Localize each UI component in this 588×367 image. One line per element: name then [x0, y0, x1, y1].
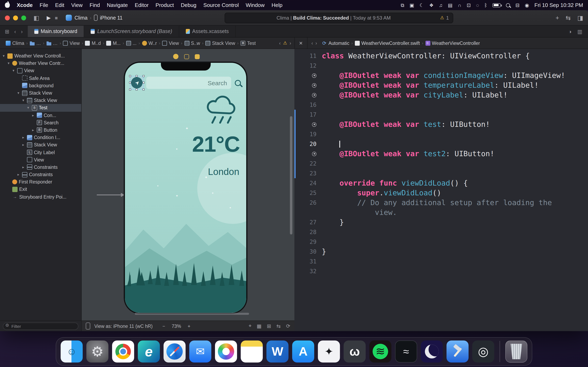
- zoom-out-button[interactable]: −: [163, 324, 165, 328]
- menu-debug[interactable]: Debug: [181, 2, 196, 8]
- history-back-icon[interactable]: ‹: [14, 28, 16, 34]
- outline-item-weather-view-contr[interactable]: ▾Weather View Contr...: [0, 59, 81, 67]
- zoom-level[interactable]: 73%: [172, 324, 181, 328]
- breadcrumb-test[interactable]: BTest: [241, 41, 256, 45]
- outline-item-condition-i[interactable]: ▸Condition I...: [0, 134, 81, 141]
- system-settings-icon[interactable]: ⚙: [86, 341, 108, 363]
- outline-item-background[interactable]: background: [0, 82, 81, 89]
- breadcrumb-w-r[interactable]: W..r: [142, 41, 157, 45]
- safari-icon[interactable]: [164, 341, 186, 363]
- warning-count[interactable]: 1: [446, 15, 449, 21]
- disclosure-triangle[interactable]: ▾: [21, 98, 25, 102]
- selection-handle[interactable]: [143, 82, 145, 83]
- outline-item-stack-view[interactable]: ▾Stack View: [0, 97, 81, 104]
- search-field[interactable]: Search: [146, 77, 231, 89]
- outline-item-button[interactable]: ▸BButton: [0, 126, 81, 134]
- disclosure-triangle[interactable]: ▾: [26, 106, 30, 110]
- edge-icon[interactable]: e: [138, 341, 160, 363]
- headphones-icon[interactable]: ∩: [458, 2, 461, 8]
- issue-warning-icon[interactable]: ⚠: [283, 40, 287, 46]
- code-text[interactable]: view.: [322, 208, 397, 217]
- siri-icon[interactable]: ◉: [525, 2, 529, 8]
- connection-well[interactable]: [294, 151, 322, 156]
- breadcrumb-[interactable]: …: [46, 41, 58, 45]
- inspector-toggle-icon[interactable]: ◨: [577, 14, 583, 21]
- outline-item-view[interactable]: View: [0, 156, 81, 163]
- code-text[interactable]: override func viewDidLoad() {: [322, 178, 468, 188]
- filter-input[interactable]: [3, 323, 78, 330]
- add-editor-button[interactable]: +: [555, 14, 559, 21]
- breadcrumb-clima[interactable]: Clima: [6, 41, 24, 45]
- first-responder-badge-icon[interactable]: [184, 54, 189, 59]
- embed-button[interactable]: ▦: [257, 323, 261, 329]
- code-text[interactable]: }: [322, 247, 326, 257]
- code-text[interactable]: @IBOutlet weak var test: UIButton!: [322, 119, 490, 129]
- editor-forward-icon[interactable]: ›: [315, 41, 317, 45]
- focus-icon[interactable]: ☾: [420, 2, 424, 8]
- view-controller-badge-icon[interactable]: [173, 54, 178, 59]
- close-button[interactable]: [5, 15, 10, 20]
- word-icon[interactable]: W: [267, 341, 288, 363]
- disclosure-triangle[interactable]: ▸: [21, 143, 25, 147]
- canvas-horizontal-scrollbar[interactable]: [135, 313, 249, 315]
- mail-icon[interactable]: ✉: [189, 341, 211, 363]
- menu-product[interactable]: Product: [156, 2, 174, 8]
- tab-overview-icon[interactable]: ⊞: [5, 28, 9, 34]
- code-text[interactable]: [322, 139, 340, 149]
- run-button[interactable]: ▶: [47, 15, 51, 21]
- now-playing-icon[interactable]: ♫: [439, 2, 443, 8]
- breadcrumb-[interactable]: ...: [126, 41, 136, 45]
- outline-item-safe-area[interactable]: Safe Area: [0, 75, 81, 82]
- code-text[interactable]: class WeatherViewController: UIViewContr…: [322, 51, 530, 61]
- breadcrumb-stack-view[interactable]: Stack View: [205, 41, 235, 45]
- menu-file[interactable]: File: [40, 2, 48, 8]
- outline-item-test[interactable]: ▾BTest: [0, 104, 81, 111]
- scheme-project-label[interactable]: Clima: [75, 15, 87, 21]
- selection-handle[interactable]: [129, 89, 131, 91]
- code-text[interactable]: @IBOutlet weak var conditionImageView: U…: [322, 71, 565, 80]
- view-as-label[interactable]: View as: iPhone 11 (wC hR): [94, 324, 153, 328]
- code-text[interactable]: super.viewDidLoad(): [322, 188, 441, 198]
- activity-status[interactable]: Clima | Build Clima: Succeeded | Today a…: [225, 12, 453, 23]
- photos-icon[interactable]: [215, 341, 237, 363]
- disclosure-triangle[interactable]: ▸: [31, 128, 35, 132]
- outline-item-stack-view[interactable]: ▾Stack View: [0, 89, 81, 97]
- battery-icon[interactable]: [493, 3, 501, 7]
- app-store-icon[interactable]: A: [292, 341, 314, 363]
- disclosure-triangle[interactable]: ▸: [21, 135, 25, 140]
- breadcrumb-[interactable]: …: [30, 41, 41, 45]
- tab-launchscreen-storyboard-base[interactable]: LaunchScreen.storyboard (Base): [84, 26, 179, 37]
- selection-handle[interactable]: [129, 82, 131, 83]
- disclosure-triangle[interactable]: ▾: [11, 69, 16, 73]
- search-icon[interactable]: [235, 80, 241, 86]
- breadcrumb-s-w[interactable]: S..w: [184, 41, 200, 45]
- menu-editor[interactable]: Editor: [135, 2, 149, 8]
- scheme-selector[interactable]: Clima › iPhone 11: [66, 15, 122, 21]
- breadcrumb-view[interactable]: View: [63, 41, 80, 45]
- menu-help[interactable]: Help: [272, 2, 283, 8]
- split-editor-icon[interactable]: ▥: [577, 28, 582, 34]
- finder-icon[interactable]: ☺: [61, 341, 83, 363]
- close-assistant-button[interactable]: ✕: [294, 38, 307, 49]
- selection-handle[interactable]: [143, 89, 145, 91]
- outline-item-weather-view-controll[interactable]: ▾Weather View Controll...: [0, 52, 81, 59]
- outline-item-stack-view[interactable]: ▸Stack View: [0, 141, 81, 149]
- warning-icon[interactable]: ⚠: [440, 15, 444, 20]
- stop-button[interactable]: ■: [55, 15, 58, 21]
- selection-handle[interactable]: [143, 75, 145, 77]
- breadcrumb-weatherviewcontroller-swift[interactable]: WeatherViewController.swift: [355, 41, 420, 45]
- connection-well[interactable]: [294, 73, 322, 78]
- menubar-clock[interactable]: Fri 10 Sep 10:32 PM: [535, 2, 583, 8]
- code-text[interactable]: @IBOutlet weak var cityLabel: UILabel!: [322, 90, 508, 100]
- hotspot-icon[interactable]: ◌: [476, 2, 479, 8]
- scheme-device-label[interactable]: iPhone 11: [100, 15, 122, 21]
- outline-item-city-label[interactable]: LCity Label: [0, 149, 81, 156]
- zoom-in-button[interactable]: +: [188, 324, 190, 328]
- display-icon[interactable]: ▤: [448, 2, 453, 8]
- resolve-autolayout-button[interactable]: ⇆: [277, 323, 281, 329]
- disclosure-triangle[interactable]: ▾: [7, 61, 11, 66]
- connection-well[interactable]: [294, 93, 322, 97]
- spotify-icon[interactable]: ≋: [369, 341, 391, 363]
- menu-edit[interactable]: Edit: [55, 2, 64, 8]
- activity-app-icon[interactable]: ≈: [395, 341, 417, 363]
